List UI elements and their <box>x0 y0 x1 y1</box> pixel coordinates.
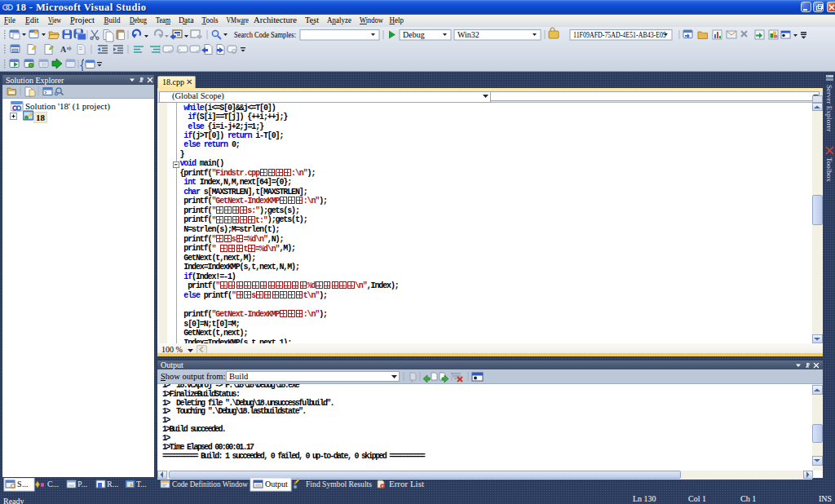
svg-text:...: ... <box>22 480 29 489</box>
svg-text:Help: Help <box>390 15 404 24</box>
svg-text:Error List: Error List <box>389 480 424 489</box>
svg-text:P...: P... <box>77 480 87 489</box>
svg-text:S: S <box>17 480 22 489</box>
svg-text:View: View <box>48 15 61 24</box>
svg-text:Debug: Debug <box>403 30 425 39</box>
svg-text:Win32: Win32 <box>457 30 479 39</box>
svg-text:Build: Build <box>104 15 121 24</box>
svg-text:A: A <box>60 45 67 54</box>
svg-text:11F09AFD-75AD-4E51-AB43-E09: 11F09AFD-75AD-4E51-AB43-E09 <box>573 31 666 39</box>
svg-text:Output: Output <box>265 480 288 489</box>
svg-text:Window: Window <box>360 15 383 24</box>
svg-text:Data: Data <box>179 15 194 24</box>
svg-text:Team: Team <box>156 15 170 24</box>
svg-text:Code Definition Window: Code Definition Window <box>172 480 249 489</box>
svg-text:Project: Project <box>70 15 95 24</box>
svg-text:T...: T... <box>136 480 147 489</box>
svg-text:Tools: Tools <box>202 15 219 24</box>
svg-text:Analyze: Analyze <box>327 15 351 24</box>
svg-text:Test: Test <box>305 15 319 24</box>
svg-text:Debug: Debug <box>130 15 148 24</box>
svg-text:Search Code Samples:: Search Code Samples: <box>234 30 296 39</box>
svg-text:File: File <box>4 15 15 24</box>
svg-text:VMware: VMware <box>227 15 250 24</box>
svg-text:Find Symbol Results: Find Symbol Results <box>306 480 372 489</box>
svg-text:Architecture: Architecture <box>254 15 297 24</box>
svg-text:R...: R... <box>107 480 118 489</box>
svg-text:C...: C... <box>47 480 59 489</box>
svg-text:Edit: Edit <box>25 15 39 24</box>
